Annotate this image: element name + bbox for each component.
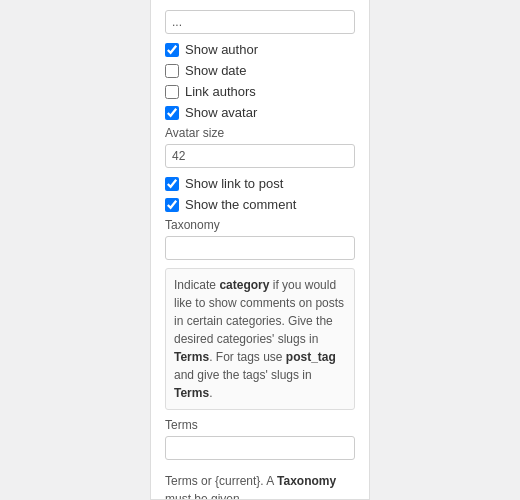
show-date-row: Show date <box>165 63 355 78</box>
taxonomy-info: Indicate category if you would like to s… <box>165 268 355 410</box>
link-authors-label[interactable]: Link authors <box>185 84 256 99</box>
show-comment-checkbox[interactable] <box>165 198 179 212</box>
link-authors-row: Link authors <box>165 84 355 99</box>
show-link-to-post-checkbox[interactable] <box>165 177 179 191</box>
show-avatar-label[interactable]: Show avatar <box>185 105 257 120</box>
terms-input[interactable] <box>165 436 355 460</box>
terms-hint: Terms or {current}. A Taxonomy must be g… <box>165 472 355 500</box>
avatar-size-label: Avatar size <box>165 126 355 140</box>
top-text-input[interactable] <box>165 10 355 34</box>
link-authors-checkbox[interactable] <box>165 85 179 99</box>
show-link-to-post-row: Show link to post <box>165 176 355 191</box>
show-avatar-row: Show avatar <box>165 105 355 120</box>
show-link-to-post-label[interactable]: Show link to post <box>185 176 283 191</box>
settings-panel: Show author Show date Link authors Show … <box>150 0 370 500</box>
show-author-checkbox[interactable] <box>165 43 179 57</box>
show-comment-row: Show the comment <box>165 197 355 212</box>
taxonomy-label: Taxonomy <box>165 218 355 232</box>
show-author-label[interactable]: Show author <box>185 42 258 57</box>
avatar-size-input[interactable] <box>165 144 355 168</box>
terms-label: Terms <box>165 418 355 432</box>
show-date-label[interactable]: Show date <box>185 63 246 78</box>
show-comment-label[interactable]: Show the comment <box>185 197 296 212</box>
show-avatar-checkbox[interactable] <box>165 106 179 120</box>
show-date-checkbox[interactable] <box>165 64 179 78</box>
show-author-row: Show author <box>165 42 355 57</box>
taxonomy-input[interactable] <box>165 236 355 260</box>
